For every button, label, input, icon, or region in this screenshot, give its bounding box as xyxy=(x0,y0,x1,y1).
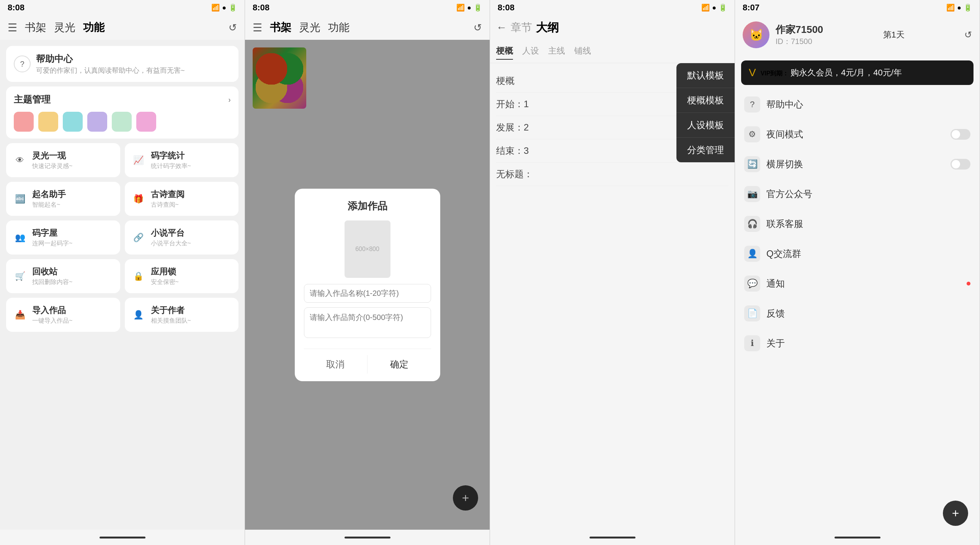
recycle-icon: 🛒 xyxy=(12,269,28,284)
menu-night-mode[interactable]: ⚙ 夜间模式 xyxy=(735,119,980,149)
vip-banner[interactable]: V VIP到期： 购永久会员，4元/月，40元/年 xyxy=(741,60,973,85)
work-name-input[interactable] xyxy=(304,284,431,303)
night-mode-label: 夜间模式 xyxy=(766,128,803,140)
menu-icon-2[interactable]: ☰ xyxy=(253,21,262,34)
feature-naming[interactable]: 🔤 起名助手 智能起名~ xyxy=(6,182,120,216)
poetry-title: 古诗查阅 xyxy=(151,189,185,200)
writing-room-desc: 连网一起码字~ xyxy=(32,240,72,248)
help-card[interactable]: ? 帮助中心 可爱的作家们，认真阅读帮助中心，有益而无害~ xyxy=(6,46,238,82)
naming-text: 起名助手 智能起名~ xyxy=(32,189,66,209)
feature-poetry[interactable]: 🎁 古诗查阅 古诗查阅~ xyxy=(125,182,239,216)
swatch-3[interactable] xyxy=(63,112,83,132)
back-button[interactable]: ← xyxy=(496,21,507,34)
screen-outline: 8:08 📶 ● 🔋 ← 章节 大纲 梗概 人设 主线 铺线 梗概 开始：1 发… xyxy=(490,0,735,545)
bookshelf-content: 添加作品 600×800 取消 确定 + xyxy=(245,40,490,530)
theme-label: 主题管理 xyxy=(14,93,51,106)
outline-untitled[interactable]: 无标题： xyxy=(496,163,728,186)
help-desc: 可爱的作家们，认真阅读帮助中心，有益而无害~ xyxy=(36,66,185,75)
menu-icon-1[interactable]: ☰ xyxy=(8,21,17,34)
feature-wordcount[interactable]: 📈 码字统计 统计码字效率~ xyxy=(125,143,239,177)
nav-inspiration-2[interactable]: 灵光 xyxy=(299,20,320,35)
theme-header: 主题管理 › xyxy=(14,93,231,106)
screen-bookshelf: 8:08 📶 ● 🔋 ☰ 书架 灵光 功能 ↺ 添加作品 xyxy=(245,0,490,545)
tab-plot[interactable]: 梗概 xyxy=(496,43,513,60)
swatch-6[interactable] xyxy=(136,112,156,132)
menu-notification[interactable]: 💬 通知 xyxy=(735,269,980,299)
swatch-4[interactable] xyxy=(87,112,107,132)
vip-icon: V xyxy=(749,67,756,79)
nav-features-1[interactable]: 功能 xyxy=(83,20,105,35)
wordcount-text: 码字统计 统计码字效率~ xyxy=(151,150,191,170)
inspiration-desc: 快速记录灵感~ xyxy=(32,162,72,170)
bottom-indicator-3 xyxy=(590,537,635,538)
dialog-buttons: 取消 确定 xyxy=(304,349,431,374)
night-mode-toggle[interactable] xyxy=(951,129,970,140)
nav-chapter[interactable]: 章节 xyxy=(511,20,532,35)
status-icons-3: 📶 ● 🔋 xyxy=(701,3,727,12)
profile-fab[interactable]: + xyxy=(943,501,968,526)
about-author-text: 关于作者 相关摸鱼团队~ xyxy=(151,305,191,325)
add-dialog-overlay: 添加作品 600×800 取消 确定 xyxy=(245,40,490,530)
feature-recycle[interactable]: 🛒 回收站 找回删除内容~ xyxy=(6,259,120,293)
menu-feedback[interactable]: 📄 反馈 xyxy=(735,299,980,328)
feature-about-author[interactable]: 👤 关于作者 相关摸鱼团队~ xyxy=(125,298,239,332)
status-icons-1: 📶 ● 🔋 xyxy=(211,3,237,12)
night-mode-icon: ⚙ xyxy=(744,126,760,142)
dropdown-category-manage[interactable]: 分类管理 xyxy=(676,138,735,162)
menu-official-account[interactable]: 📷 官方公众号 xyxy=(735,179,980,209)
status-bar-3: 8:08 📶 ● 🔋 xyxy=(490,0,735,15)
applock-icon: 🔒 xyxy=(131,269,146,284)
nav-bookshelf-1[interactable]: 书架 xyxy=(25,20,46,35)
applock-title: 应用锁 xyxy=(151,266,179,277)
feedback-label: 反馈 xyxy=(766,307,785,320)
work-desc-input[interactable] xyxy=(304,307,431,338)
confirm-button[interactable]: 确定 xyxy=(367,355,431,374)
tab-subplot[interactable]: 铺线 xyxy=(574,43,591,60)
vip-text: VIP到期： 购永久会员，4元/月，40元/年 xyxy=(761,67,902,78)
menu-customer-service[interactable]: 🎧 联系客服 xyxy=(735,209,980,239)
menu-help-center[interactable]: ? 帮助中心 xyxy=(735,90,980,119)
feature-writing-room[interactable]: 👥 码字屋 连网一起码字~ xyxy=(6,220,120,255)
profile-refresh-icon[interactable]: ↺ xyxy=(964,29,972,40)
dropdown-default-template[interactable]: 默认模板 xyxy=(676,63,735,88)
feature-import[interactable]: 📥 导入作品 一键导入作品~ xyxy=(6,298,120,332)
profile-row: 🐱 作家71500 ID：71500 第1天 ↺ xyxy=(743,21,972,48)
menu-qq-group[interactable]: 👤 Q交流群 xyxy=(735,239,980,269)
help-card-text: 帮助中心 可爱的作家们，认真阅读帮助中心，有益而无害~ xyxy=(36,53,185,75)
tab-mainline[interactable]: 主线 xyxy=(548,43,565,60)
vip-title: VIP到期： xyxy=(761,70,789,77)
feature-novel-platform[interactable]: 🔗 小说平台 小说平台大全~ xyxy=(125,220,239,255)
user-avatar[interactable]: 🐱 xyxy=(743,21,769,48)
dropdown-character-template[interactable]: 人设模板 xyxy=(676,113,735,138)
nav-bookshelf-2[interactable]: 书架 xyxy=(270,20,291,35)
landscape-icon: 🔄 xyxy=(744,156,760,172)
feedback-icon: 📄 xyxy=(744,305,760,321)
menu-about[interactable]: ℹ 关于 xyxy=(735,328,980,358)
official-account-icon: 📷 xyxy=(744,186,760,202)
menu-landscape[interactable]: 🔄 横屏切换 xyxy=(735,149,980,179)
import-title: 导入作品 xyxy=(32,305,72,316)
cancel-button[interactable]: 取消 xyxy=(304,355,368,374)
notification-dot xyxy=(967,282,970,286)
refresh-icon-2[interactable]: ↺ xyxy=(474,22,482,34)
landscape-toggle[interactable] xyxy=(951,159,970,170)
signal-icon-4: 📶 xyxy=(946,3,955,12)
swatch-1[interactable] xyxy=(14,112,34,132)
refresh-icon-1[interactable]: ↺ xyxy=(229,22,237,34)
theme-card[interactable]: 主题管理 › xyxy=(6,86,238,139)
feature-inspiration[interactable]: 👁 灵光一现 快速记录灵感~ xyxy=(6,143,120,177)
nav-features-2[interactable]: 功能 xyxy=(328,20,350,35)
swatch-5[interactable] xyxy=(112,112,132,132)
nav-outline[interactable]: 大纲 xyxy=(536,20,559,36)
dropdown-plot-template[interactable]: 梗概模板 xyxy=(676,88,735,113)
recycle-text: 回收站 找回删除内容~ xyxy=(32,266,72,286)
swatch-2[interactable] xyxy=(38,112,58,132)
screen-features: 8:08 📶 ● 🔋 ☰ 书架 灵光 功能 ↺ ? 帮助中心 可爱的作家们，认真… xyxy=(0,0,245,545)
writing-room-title: 码字屋 xyxy=(32,227,72,239)
dialog-cover-placeholder[interactable]: 600×800 xyxy=(345,220,390,278)
profile-info: 作家71500 ID：71500 xyxy=(776,23,823,47)
nav-inspiration-1[interactable]: 灵光 xyxy=(54,20,75,35)
help-title: 帮助中心 xyxy=(36,53,185,65)
tab-characters[interactable]: 人设 xyxy=(522,43,539,60)
feature-applock[interactable]: 🔒 应用锁 安全保密~ xyxy=(125,259,239,293)
